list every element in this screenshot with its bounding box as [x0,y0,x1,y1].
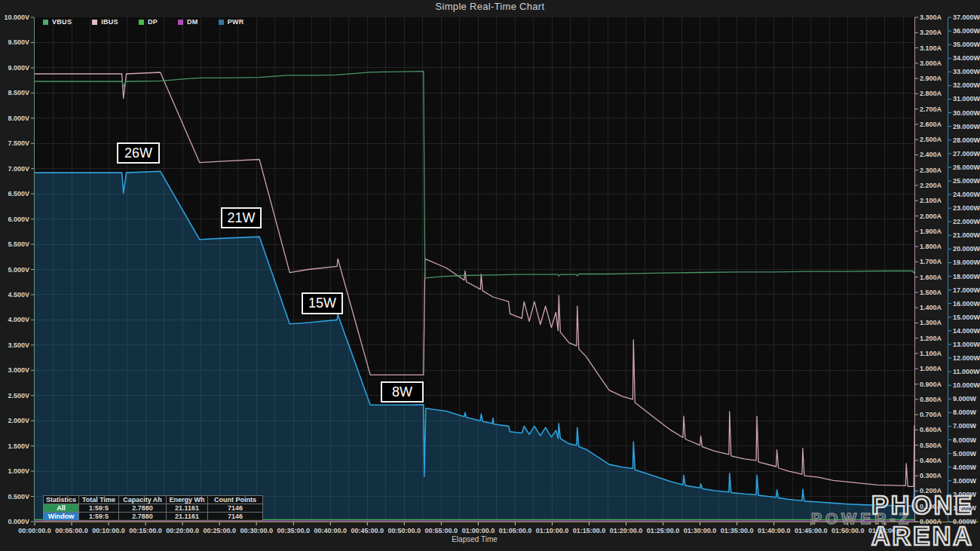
axis-tick-label: 12.000W [953,354,980,362]
legend-item-dm[interactable]: DM [178,18,198,26]
axis-tick-label: 0.900A [920,381,942,388]
axis-tick-label: 1.200A [920,335,942,342]
axis-tick-label: 37.000W [953,14,980,21]
axis-tick-label: 10.000V [4,14,29,21]
dm-swatch-icon [178,20,183,25]
ibus-swatch-icon [92,20,97,25]
axis-tick-label: 01:35:00.0 [721,527,754,534]
axis-tick-label: 00:00:00.0 [18,527,51,534]
axis-tick-label: 2.300A [920,167,942,174]
axis-tick-label: 00:50:00.0 [388,527,421,534]
axis-tick-label: 4.000V [8,316,29,323]
legend: VBUS IBUS DP DM PWR [43,18,244,26]
axis-tick-label: 01:30:00.0 [684,527,717,534]
axis-tick-label: 18.000W [953,273,980,280]
axis-tick-label: 9.000W [953,395,977,403]
axis-tick-label: 6.500V [8,190,29,197]
axis-tick-label: 25.000W [953,177,980,185]
stats-col-statistics: Statistics [44,496,79,504]
axis-tick-label: 19.000W [953,259,980,266]
legend-item-pwr[interactable]: PWR [219,18,244,26]
annotation-8w: 8W [381,381,424,403]
axis-tick-label: 29.000W [953,123,980,130]
axis-tick-label: 2.100A [920,197,942,204]
axis-tick-label: 1.400A [920,304,942,311]
axis-tick-label: 1.600A [920,274,942,281]
legend-item-vbus[interactable]: VBUS [43,18,72,26]
axis-tick-label: 00:25:00.0 [203,527,236,534]
axis-tick-label: 8.000W [953,409,977,416]
axis-tick-label: 14.000W [953,327,980,335]
stats-value: 1:59:5 [79,504,119,513]
axis-tick-label: 01:05:00.0 [499,527,532,534]
axis-tick-label: 2.900A [920,75,942,82]
axis-tick-label: 0.300A [920,472,942,479]
axis-tick-label: 23.000W [953,204,980,212]
stats-col-energy: Energy Wh [167,496,208,504]
axis-tick-label: 5.000W [953,450,977,458]
axis-tick-label: 1.300A [920,319,942,326]
phonearena-watermark-line1: PHONE [871,491,974,519]
dp-swatch-icon [139,20,144,25]
axis-tick-label: 2.600A [920,121,942,128]
axis-tick-label: 1.100A [920,350,942,357]
axis-tick-label: 1.000A [920,365,942,372]
axis-tick-label: 3.500V [8,341,29,349]
axis-tick-label: 8.000V [8,115,29,122]
axis-tick-label: 21.000W [953,231,980,239]
axis-tick-label: 0.600A [920,426,942,433]
x-axis-title: Elapsed Time [35,535,914,543]
axis-tick-label: 01:40:00.0 [758,527,791,534]
axis-tick-label: 3.000V [8,366,29,374]
axis-tick-label: 01:50:00.0 [831,527,865,534]
axis-tick-label: 00:55:00.0 [425,527,458,534]
annotation-21w: 21W [221,207,262,228]
axis-tick-label: 20.000W [953,245,980,253]
axis-tick-label: 34.000W [953,54,980,62]
legend-label: PWR [228,18,244,26]
chart-canvas[interactable]: 10.000V9.500V9.000V8.500V8.000V7.500V7.0… [0,0,980,551]
stats-col-count: Count Points [208,496,263,504]
axis-tick-label: 1.900A [920,228,942,235]
axis-tick-label: 00:40:00.0 [314,527,347,534]
axis-tick-label: 4.500V [8,291,29,298]
axis-tick-label: 01:15:00.0 [573,527,606,534]
annotation-26w: 26W [117,142,160,164]
axis-tick-label: 00:35:00.0 [277,527,310,534]
axis-tick-label: 9.000V [8,64,29,72]
axis-tick-label: 0.500A [920,442,942,449]
legend-label: DM [187,18,198,26]
axis-tick-label: 4.000W [953,464,977,471]
legend-item-dp[interactable]: DP [139,18,158,26]
axis-tick-label: 36.000W [953,27,980,35]
axis-tick-label: 5.000V [8,266,29,274]
axis-tick-label: 01:00:00.0 [462,527,495,534]
legend-label: DP [148,18,158,26]
axis-tick-label: 26.000W [953,164,980,171]
axis-tick-label: 22.000W [953,218,980,225]
stats-row-label-all: All [44,504,79,513]
axis-tick-label: 1.700A [920,258,942,265]
phonearena-watermark-line2: ARENA [871,522,974,549]
axis-tick-label: 1.500A [920,289,942,296]
axis-tick-label: 00:20:00.0 [166,527,199,534]
stats-value: 21.1161 [167,513,208,521]
statistics-table: Statistics Total Time Capacity Ah Energy… [43,495,263,521]
stats-header-row: Statistics Total Time Capacity Ah Energy… [44,496,263,504]
annotation-15w: 15W [302,292,343,314]
axis-tick-label: 32.000W [953,81,980,89]
stats-row-window: Window 1:59:5 2.7880 21.1161 7146 [44,513,263,521]
axis-tick-label: 1.000V [8,467,29,475]
axis-tick-label: 2.000A [920,213,942,220]
axis-tick-label: 0.500V [8,493,29,500]
stats-value: 2.7880 [119,504,167,513]
axis-tick-label: 00:30:00.0 [240,527,273,534]
axis-tick-label: 2.500V [8,392,29,399]
realtime-chart-app: Simple Real-Time Chart 10.000V9.500V9.00… [0,0,980,551]
legend-item-ibus[interactable]: IBUS [92,18,118,26]
axis-tick-label: 3.300A [920,14,942,21]
pwr-swatch-icon [219,20,224,25]
axis-tick-label: 16.000W [953,300,980,308]
axis-tick-label: 0.000V [8,518,29,525]
axis-tick-label: 00:05:00.0 [55,527,88,534]
